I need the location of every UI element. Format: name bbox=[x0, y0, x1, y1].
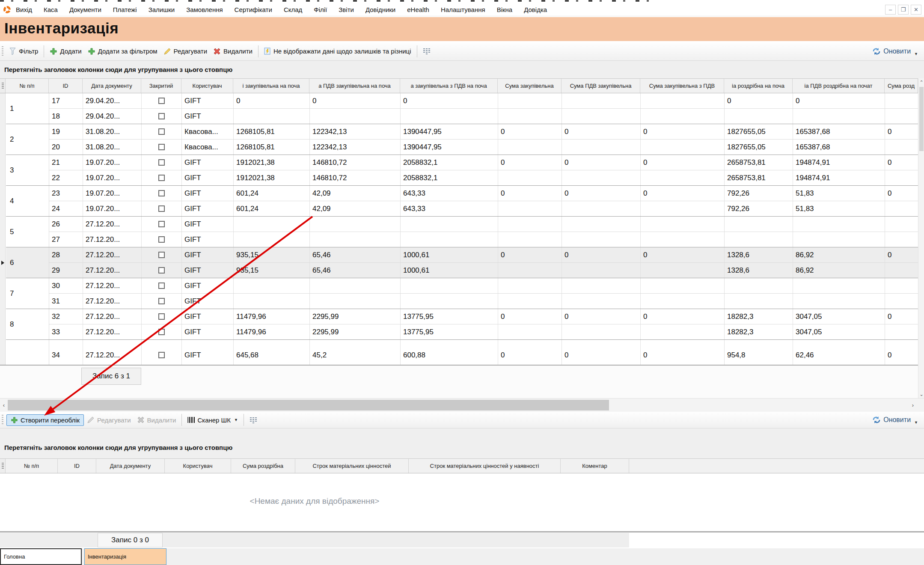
closed-checkbox[interactable] bbox=[158, 352, 165, 358]
create-recount-button[interactable]: Створити переоблік bbox=[6, 414, 84, 426]
closed-checkbox[interactable] bbox=[158, 313, 165, 320]
column-header[interactable]: № п/п bbox=[6, 79, 49, 93]
horizontal-scroll-thumb[interactable] bbox=[8, 400, 609, 410]
scroll-down-icon[interactable]: ⌄ bbox=[918, 390, 924, 398]
closed-checkbox[interactable] bbox=[158, 205, 165, 212]
table-row[interactable]: 2419.07.20...GIFT601,2442,09643,33792,26… bbox=[49, 201, 924, 216]
table-row[interactable]: 2827.12.20...GIFT935,1565,461000,6100013… bbox=[49, 247, 924, 263]
column-header[interactable]: Закритий bbox=[141, 79, 181, 93]
column-header[interactable]: ID bbox=[49, 79, 83, 93]
add-button[interactable]: Додати bbox=[47, 46, 84, 56]
closed-checkbox[interactable] bbox=[158, 159, 165, 166]
toggle-remainders-button[interactable]: Не відображати дані щодо залишків та різ… bbox=[261, 46, 414, 56]
column-header[interactable]: Дата документу bbox=[83, 79, 141, 93]
menu-item[interactable]: Документи bbox=[69, 6, 101, 13]
menu-item[interactable]: Налаштування bbox=[441, 6, 485, 13]
menu-item[interactable]: Довідники bbox=[365, 6, 395, 13]
table-row[interactable]: 2627.12.20...GIFT bbox=[49, 217, 924, 232]
column-header[interactable]: а ПДВ закупівельна на поча bbox=[309, 79, 400, 93]
closed-checkbox[interactable] bbox=[158, 113, 165, 119]
table-row[interactable]: 3027.12.20...GIFT bbox=[49, 278, 924, 294]
table-row[interactable]: 1729.04.20...GIFT00000 bbox=[49, 93, 924, 109]
edit-button[interactable]: Редагувати bbox=[160, 46, 211, 56]
closed-checkbox[interactable] bbox=[158, 128, 165, 135]
menu-item[interactable]: Сертифікати bbox=[235, 6, 272, 13]
column-header[interactable]: а закупівельна з ПДВ на поча bbox=[400, 79, 498, 93]
table-row[interactable]: 1829.04.20...GIFT bbox=[49, 109, 924, 124]
closed-checkbox[interactable] bbox=[158, 282, 165, 289]
column-header[interactable]: Коментар bbox=[561, 459, 629, 473]
horizontal-scrollbar[interactable]: ‹ › bbox=[0, 398, 924, 412]
column-header[interactable]: ID bbox=[58, 459, 96, 473]
closed-checkbox[interactable] bbox=[158, 98, 165, 104]
menu-item[interactable]: Вікна bbox=[497, 6, 513, 13]
barcode-scanner-button[interactable]: Сканер ШК ▼ bbox=[184, 415, 241, 425]
column-header[interactable]: іа роздрібна на поча bbox=[724, 79, 793, 93]
refresh-button[interactable]: Оновити ▼ bbox=[872, 48, 918, 55]
closed-checkbox[interactable] bbox=[158, 175, 165, 181]
closed-checkbox[interactable] bbox=[158, 221, 165, 227]
scroll-left-icon[interactable]: ‹ bbox=[0, 398, 8, 412]
group-by-panel[interactable]: Перетягніть заголовок колонки сюди для у… bbox=[0, 428, 924, 458]
table-row[interactable]: 2927.12.20...GIFT935,1565,461000,611328,… bbox=[49, 263, 924, 278]
table-row[interactable]: 2727.12.20...GIFT bbox=[49, 232, 924, 247]
toolbar-grip[interactable] bbox=[2, 46, 3, 56]
add-by-filter-button[interactable]: Додати за фільтром bbox=[85, 46, 160, 56]
menu-item[interactable]: eHealth bbox=[407, 6, 429, 13]
column-header[interactable]: іа ПДВ роздрібна на почат bbox=[793, 79, 885, 93]
column-header[interactable]: Сума закупівельна з ПДВ bbox=[640, 79, 724, 93]
closed-checkbox[interactable] bbox=[158, 298, 165, 304]
scroll-up-icon[interactable]: ⌃ bbox=[918, 78, 924, 86]
table-row[interactable]: 2031.08.20...Квасова...1268105,81122342,… bbox=[49, 140, 924, 155]
column-header[interactable]: Сума ПДВ закупівельна bbox=[562, 79, 640, 93]
vertical-scroll-thumb[interactable] bbox=[919, 87, 924, 151]
delete-recount-button[interactable]: Видалити bbox=[134, 415, 179, 425]
scroll-right-icon[interactable]: › bbox=[909, 398, 917, 412]
column-header[interactable]: Користувач bbox=[165, 459, 231, 473]
menu-item[interactable]: Каса bbox=[44, 6, 58, 13]
refresh-button[interactable]: Оновити ▼ bbox=[872, 416, 918, 424]
closed-checkbox[interactable] bbox=[158, 329, 165, 335]
menu-item[interactable]: Замовлення bbox=[186, 6, 223, 13]
edit-recount-button[interactable]: Редагувати bbox=[84, 415, 134, 425]
vertical-scrollbar[interactable]: ⌃ ⌄ bbox=[918, 78, 924, 398]
table-row[interactable]: 3127.12.20...GIFT bbox=[49, 294, 924, 309]
menu-item[interactable]: Звіти bbox=[339, 6, 354, 13]
group-by-panel[interactable]: Перетягніть заголовок колонки сюди для у… bbox=[0, 61, 924, 78]
menu-item[interactable]: Склад bbox=[284, 6, 302, 13]
table-row[interactable]: 2119.07.20...GIFT1912021,38146810,722058… bbox=[49, 155, 924, 170]
column-header[interactable]: Строк матеріальних цінностей у наявності bbox=[409, 459, 561, 473]
column-header[interactable]: Сума закупівельна bbox=[498, 79, 562, 93]
closed-checkbox[interactable] bbox=[158, 190, 165, 196]
toolbar-grip[interactable] bbox=[2, 415, 3, 425]
menu-item[interactable]: Філії bbox=[314, 6, 327, 13]
column-header[interactable]: Строк матеріальних цінностей bbox=[295, 459, 409, 473]
delete-button[interactable]: Видалити bbox=[210, 46, 256, 56]
closed-checkbox[interactable] bbox=[158, 252, 165, 258]
tab-holovna[interactable]: Головна bbox=[0, 548, 82, 565]
menu-item[interactable]: Платежі bbox=[113, 6, 137, 13]
close-button[interactable]: ✕ bbox=[911, 5, 921, 15]
column-header[interactable]: Сума роздрібна bbox=[231, 459, 295, 473]
table-row[interactable]: 3227.12.20...GIFT11479,962295,9913775,95… bbox=[49, 309, 924, 324]
menu-item[interactable]: Вихід bbox=[16, 6, 32, 13]
menu-item[interactable]: Залишки bbox=[149, 6, 175, 13]
column-header[interactable]: Сума розд bbox=[885, 79, 918, 93]
closed-checkbox[interactable] bbox=[158, 144, 165, 150]
column-header[interactable]: № п/п bbox=[6, 459, 58, 473]
column-chooser-button[interactable] bbox=[247, 416, 260, 425]
column-header[interactable]: Користувач bbox=[181, 79, 233, 93]
menu-item[interactable]: Довідка bbox=[524, 6, 547, 13]
table-row[interactable]: 3327.12.20...GIFT11479,962295,9913775,95… bbox=[49, 324, 924, 339]
tab-inventaryzatsiia[interactable]: Інвентаризація bbox=[84, 548, 166, 565]
closed-checkbox[interactable] bbox=[158, 236, 165, 243]
column-header[interactable]: Дата документу bbox=[96, 459, 165, 473]
column-chooser-button[interactable] bbox=[420, 47, 434, 56]
closed-checkbox[interactable] bbox=[158, 267, 165, 274]
table-row[interactable]: 1931.08.20...Квасова...1268105,81122342,… bbox=[49, 124, 924, 140]
table-row[interactable]: 2319.07.20...GIFT601,2442,09643,33000792… bbox=[49, 186, 924, 201]
minimize-button[interactable]: – bbox=[885, 5, 896, 15]
filter-button[interactable]: Фільтр bbox=[6, 46, 41, 56]
column-header[interactable]: і закупівельна на поча bbox=[233, 79, 309, 93]
table-row[interactable]: 2219.07.20...GIFT1912021,38146810,722058… bbox=[49, 170, 924, 185]
